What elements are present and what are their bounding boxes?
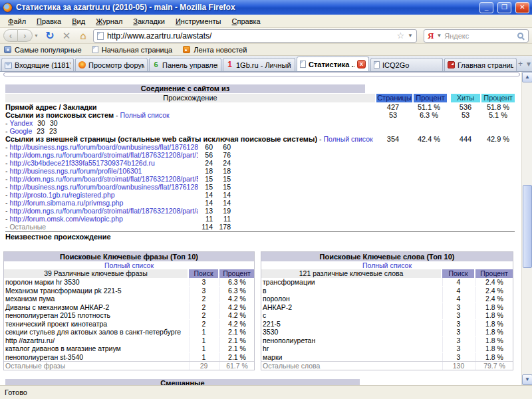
search-magnifier-icon[interactable] (517, 33, 523, 39)
bookmark-item-1[interactable]: Начальная страница (92, 46, 172, 54)
tab-bar: Входящие (1181) ...Просмотр форума -...П… (0, 56, 532, 72)
footer-percent: 61.7 % (219, 362, 254, 370)
full-list-link[interactable]: Полный список (120, 111, 170, 119)
footer-count: 29 (189, 362, 218, 370)
keyphrases-full-list-link[interactable]: Полный список (104, 261, 154, 269)
search-input[interactable]: Яндекс (444, 32, 515, 40)
menu-item-3[interactable]: Журнал (90, 16, 128, 27)
referrer-origin-cell: Ссылки из внешней страницы (остальные we… (5, 135, 375, 143)
status-bar: Готово (0, 385, 532, 399)
search-column-header: Поиск (442, 269, 474, 278)
keyphrases-table-title: Поисковые Ключевые фразы (Топ 10) (4, 252, 254, 261)
reload-button[interactable]: ↻ (43, 29, 57, 42)
search-box[interactable]: Я ▼ Яндекс (424, 29, 529, 43)
homepage-icon (448, 61, 455, 68)
menu-item-2[interactable]: Вид (66, 16, 90, 27)
keyword-row-label: с (261, 311, 441, 319)
tab-close-icon[interactable]: x (357, 60, 366, 68)
url-input[interactable]: http://www.azartru.ru/awstats/ (107, 31, 393, 41)
search-engine-link[interactable]: Google (9, 127, 32, 135)
bookmark-label: Начальная страница (102, 46, 172, 54)
referrer-url-link[interactable]: http://prosto.1gb.ru/registered.php (9, 191, 114, 199)
hits-count: 60 (216, 143, 231, 151)
footer-count: 130 (442, 362, 474, 370)
forward-button[interactable]: › (18, 29, 33, 42)
full-list-link[interactable]: Полный список (324, 135, 373, 143)
pages-column-header: Страницы (376, 94, 412, 102)
tab-4[interactable]: Статистика ...x (297, 57, 369, 71)
bookmark-item-0[interactable]: Самые популярные (4, 46, 82, 54)
keyword-row-label: пенополиуретан (261, 336, 441, 344)
menu-item-0[interactable]: Файл (3, 16, 31, 27)
panel-icon (152, 61, 160, 68)
tab-3[interactable]: 1Gb.ru - Личный ка... (223, 58, 295, 71)
hits-count: 24 (216, 159, 231, 167)
new-tab-button[interactable]: + (518, 59, 523, 68)
bookmark-star-icon[interactable]: ☆ (396, 31, 404, 40)
hits-count: 14 (216, 191, 231, 199)
flame-icon (78, 61, 86, 68)
tab-6[interactable]: Главная страница (444, 58, 517, 71)
search-count: 3 (442, 303, 474, 311)
search-count: 3 (442, 336, 474, 344)
search-count: 2 (189, 320, 218, 328)
referrer-url-link[interactable]: http://dom.ngs.ru/forum/board/stroimat/f… (9, 207, 198, 215)
referrer-group-label: Ссылки из внешней страницы (остальные we… (5, 135, 317, 143)
url-bar[interactable]: http://www.azartru.ru/awstats/ ☆ ▼ (93, 29, 417, 43)
search-count: 2 (189, 295, 218, 303)
back-button[interactable]: ‹ (3, 29, 18, 42)
value-2: 23 (49, 127, 57, 135)
vertical-scrollbar[interactable]: ▲ ▼ (521, 72, 532, 385)
referrer-url-link[interactable]: http://dom.ngs.ru/forum/board/stroimat/f… (9, 175, 198, 183)
home-button[interactable]: ⌂ (76, 30, 90, 41)
firefox-icon (3, 3, 13, 13)
search-percent: 4.2 % (219, 320, 254, 328)
footer-percent: 79.7 % (475, 362, 513, 370)
search-count: 1 (189, 344, 218, 352)
scroll-up-arrow[interactable]: ▲ (522, 72, 532, 82)
tab-2[interactable]: Панель управлени... (149, 58, 221, 71)
hits-percent-value: 5.1 % (481, 111, 515, 119)
tab-5[interactable]: ICQ2Go (370, 58, 443, 71)
referrer-url-link[interactable]: http://business.ngs.ru/forum/board/ownbu… (9, 183, 198, 191)
pages-count: 56 (198, 151, 213, 159)
pages-count: 15 (198, 175, 213, 183)
search-engine-link[interactable]: Yandex (9, 119, 33, 127)
hits-count: 18 (216, 167, 231, 175)
search-engine-dropdown-icon[interactable]: ▼ (436, 33, 442, 39)
keywords-full-list-link[interactable]: Полный список (362, 261, 412, 269)
other-referrers-label: - Остальные (5, 223, 198, 231)
pages-count: 14 (198, 199, 213, 207)
scrollbar-thumb[interactable] (523, 185, 532, 268)
referrer-url-link[interactable]: http://business.ngs.ru/forum/profile/106… (9, 167, 142, 175)
tab-list-dropdown-icon[interactable]: ▾ (527, 59, 531, 68)
keyphrase-row: секции стульев для актовых залов в санкт… (4, 328, 254, 336)
referrer-url-row: - http://dom.ngs.ru/forum/board/stroimat… (5, 207, 515, 215)
referrer-url-link[interactable]: http://c3b4bdece21f339fa5517309374b126d.… (9, 159, 154, 167)
referrer-url-link[interactable]: http://business.ngs.ru/forum/board/ownbu… (9, 143, 198, 151)
pages-value: 53 (375, 111, 411, 119)
menu-item-6[interactable]: Справка (227, 16, 266, 27)
referrer-url-link[interactable]: http://dom.ngs.ru/forum/board/stroimat/f… (9, 151, 198, 159)
history-dropdown-icon[interactable]: ▼ (33, 33, 40, 38)
referrer-url-link[interactable]: http://forum.sibmama.ru/privmsg.php (9, 199, 123, 207)
scroll-down-arrow[interactable]: ▼ (522, 374, 532, 385)
keyword-row: 221-531.8 % (261, 320, 513, 329)
close-button[interactable]: ✕ (515, 2, 529, 13)
referrer-url-link[interactable]: http://forum.omsk.com/viewtopic.php (9, 215, 122, 223)
restore-button[interactable]: ❐ (497, 2, 511, 13)
referrer-origin-cell: - http://forum.sibmama.ru/privmsg.php141… (5, 199, 515, 207)
tab-1[interactable]: Просмотр форума -... (75, 58, 148, 71)
bookmark-item-2[interactable]: Лента новостей (183, 46, 247, 54)
keyword-row-label: 221-5 (261, 320, 441, 328)
search-percent: 2.1 % (219, 353, 254, 361)
menu-item-4[interactable]: Закладки (128, 16, 170, 27)
tab-0[interactable]: Входящие (1181) ... (1, 58, 74, 71)
stop-button[interactable]: ✕ (60, 30, 73, 42)
referrers-table-title: Соединение с сайтом из (5, 84, 365, 93)
minimize-button[interactable]: _ (479, 2, 493, 13)
menu-item-5[interactable]: Инструменты (170, 16, 227, 27)
menu-item-1[interactable]: Правка (31, 16, 66, 27)
referrer-origin-cell: - Yandex3030 (5, 119, 515, 127)
url-dropdown-icon[interactable]: ▼ (408, 33, 413, 39)
